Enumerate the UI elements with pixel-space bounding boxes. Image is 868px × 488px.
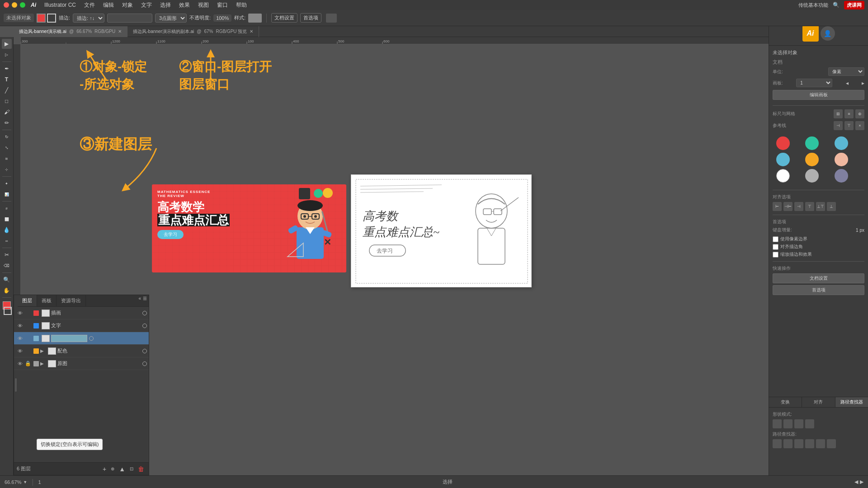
layer-row-chua[interactable]: 👁 插画 [14,307,149,319]
layers-panel-options[interactable]: ☰ [143,296,147,301]
layers-collect-btn[interactable]: ⊡ [128,465,135,473]
layer-row-peise[interactable]: 👁 ▶ 配色 [14,345,149,357]
layer-lock-new[interactable] [24,334,32,343]
rp-bottom-tab-pathfinder[interactable]: 路径查找器 [835,397,868,407]
rp-bottom-tab-transform[interactable]: 变换 [769,397,802,407]
panel-drag-handle[interactable] [14,295,18,475]
board-prev[interactable]: ◂ [846,80,849,86]
workspace-selector[interactable]: 传统基本功能 [798,2,828,9]
selection-tool[interactable]: ▶ [2,39,12,49]
quick-preferences-button[interactable]: 首选项 [773,285,864,295]
layer-row-yuantu[interactable]: 👁 🔒 ▶ 原图 [14,357,149,370]
menu-item-window[interactable]: 窗口 [213,1,231,9]
layer-expand-yuantu[interactable]: ▶ [40,361,47,366]
menu-item-file[interactable]: 文件 [80,1,99,9]
guide-v-icon[interactable]: ⊤ [844,121,854,130]
eyedropper-tool[interactable]: 💧 [2,225,12,235]
stroke-selector[interactable]: 描边: ↑↓ [73,14,104,23]
align-top-icon[interactable]: ⊤ [805,202,814,211]
board-next[interactable]: ▸ [862,80,864,86]
tool-selector[interactable]: 未选择对象 [4,14,34,22]
type-tool[interactable]: T [2,75,12,84]
color-swatch-teal[interactable] [805,136,819,150]
color-swatch-blue[interactable] [835,136,848,150]
tab-1-close[interactable]: ✕ [118,29,122,34]
color-swatch-peach[interactable] [835,153,848,166]
color-swatch-cyan[interactable] [776,153,790,166]
scissors-tool[interactable]: ✂ [2,250,12,260]
menu-item-select[interactable]: 选择 [156,1,175,9]
menu-item-object[interactable]: 对象 [118,1,137,9]
layer-lock-yuantu[interactable]: 🔒 [24,360,32,368]
color-swatch-white[interactable] [776,169,790,183]
artboard-nav-right[interactable]: ▶ [860,479,863,485]
free-transform-tool[interactable]: ⊹ [2,164,12,174]
preferences-button[interactable]: 首选项 [300,13,321,23]
shape-mode-exclude[interactable] [805,419,814,428]
scale-tool[interactable]: ⤡ [2,143,12,153]
layer-lock-peise[interactable] [24,347,32,355]
pen-tool[interactable]: ✒ [2,64,12,74]
tab-file-2[interactable]: 插边风-banner演示稿的副本.ai @ 67% RGB/GPU 预览 ✕ [127,26,259,37]
color-swatch-orange[interactable] [805,153,819,166]
line-tool[interactable]: ╱ [2,85,12,95]
shape-mode-unite[interactable] [773,419,782,428]
layer-name-input[interactable] [51,335,87,342]
unit-selector[interactable]: 像素 [828,67,864,76]
layers-delete-btn[interactable]: 🗑 [136,465,146,473]
color-swatch-purple[interactable] [835,169,848,183]
pathfinder-4[interactable] [805,439,814,448]
pathfinder-1[interactable] [773,439,782,448]
blend-tool[interactable]: ∞ [2,236,12,246]
grid-icon[interactable]: ⊞ [834,109,843,118]
symbol-sprayer-tool[interactable]: ✦ [2,178,12,188]
pencil-tool[interactable]: ✏ [2,118,12,128]
rp-bottom-tab-align[interactable]: 对齐 [802,397,835,407]
guide-h-icon[interactable]: ⊣ [834,121,843,130]
column-graph-tool[interactable]: 📊 [2,189,12,199]
tab-2-close[interactable]: ✕ [250,29,253,34]
align-right-icon[interactable]: ⊣ [794,202,803,211]
align-left-icon[interactable]: ⊢ [773,202,782,211]
snap-raster-checkbox[interactable] [773,252,778,258]
mesh-tool[interactable]: # [2,203,12,213]
pathfinder-2[interactable] [783,439,793,448]
tab-file-1[interactable]: 插边风-banner演示稿.ai @ 66.67% RGB/GPU ✕ [14,26,127,37]
align-mid-icon[interactable]: ⊥⊤ [816,202,825,211]
guide-clear-icon[interactable]: × [855,121,864,130]
board-selector[interactable]: 1 [796,79,832,87]
layer-lock-wenzi[interactable] [24,322,32,330]
hand-tool[interactable]: ✋ [2,286,12,296]
minimize-button[interactable] [12,2,17,8]
doc-settings-button[interactable]: 文档设置 [271,13,297,23]
shape-mode-intersect[interactable] [794,419,803,428]
close-button[interactable] [4,2,9,8]
menu-item-help[interactable]: 帮助 [232,1,250,9]
menu-item-view[interactable]: 视图 [194,1,212,9]
edit-board-button[interactable]: 编辑画板 [773,90,864,100]
color-swatch-red[interactable] [776,136,790,150]
menu-item-edit[interactable]: 编辑 [99,1,118,9]
layers-new-layer-btn[interactable]: + [101,465,108,473]
menu-item-illustratorcc[interactable]: Illustrator CC [41,2,80,8]
round-corners-checkbox[interactable] [773,244,778,250]
align-bottom-icon[interactable]: ⊥ [827,202,836,211]
gradient-tool[interactable]: ⬜ [2,214,12,224]
shape-mode-minus[interactable] [783,419,793,428]
opacity-value[interactable]: 100% [213,14,231,22]
fullscreen-button[interactable] [20,2,25,8]
layers-tab-boards[interactable]: 画板 [37,295,57,306]
direct-selection-tool[interactable]: ▷ [2,50,12,60]
zoom-tool[interactable]: 🔍 [2,275,12,285]
layer-lock-chua[interactable] [24,309,32,317]
pathfinder-5[interactable] [816,439,825,448]
zoom-down[interactable]: ▼ [23,480,27,484]
align-center-icon[interactable]: ⊣⊢ [783,202,793,211]
rectangle-tool[interactable]: □ [2,96,12,106]
color-swatch-gray[interactable] [805,169,819,183]
rotate-tool[interactable]: ↻ [2,132,12,142]
user-avatar[interactable]: 👤 [821,26,835,41]
shape-selector[interactable]: 3点圆形 [155,14,187,23]
pathfinder-6[interactable] [827,439,836,448]
layer-expand-peise[interactable]: ▶ [40,348,47,353]
